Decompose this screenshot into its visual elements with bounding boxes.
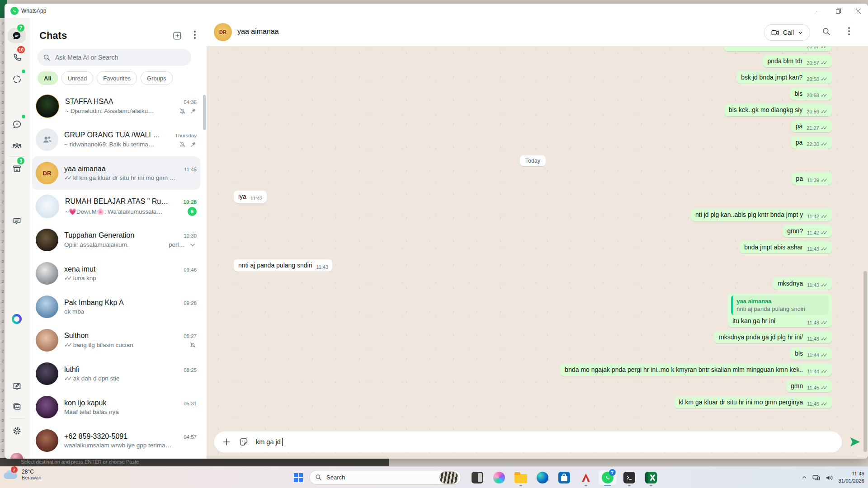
search-icon xyxy=(315,474,322,481)
avatar xyxy=(36,195,59,218)
message-bubble[interactable]: iya11:42 xyxy=(234,191,267,203)
avatar xyxy=(36,362,58,385)
minimize-button[interactable] xyxy=(808,4,828,18)
chat-list-item[interactable]: +62 859-3320-509104:57 waalaikumsalam wr… xyxy=(29,424,203,457)
message-bubble[interactable]: gmn11:45✓✓ xyxy=(786,380,832,392)
chats-sidebar: Chats Ask Meta AI or Search All Unread F… xyxy=(29,18,207,459)
filter-favourites[interactable]: Favourites xyxy=(97,71,137,85)
chat-scrollbar[interactable] xyxy=(863,271,867,452)
send-button[interactable] xyxy=(848,435,862,449)
device-icon[interactable] xyxy=(812,474,821,482)
status-nav-icon[interactable] xyxy=(8,71,26,87)
app-icon-whatsapp[interactable]: 7 xyxy=(599,470,617,485)
message-bubble[interactable]: mksdnya11:43✓✓ xyxy=(773,277,832,290)
meta-ai-icon[interactable] xyxy=(12,314,22,324)
chat-list-item-selected[interactable]: DR yaa aimanaa11:45 ✓✓kl km ga kluar dr … xyxy=(32,156,200,190)
chat-list-item[interactable]: kon ijo kapuk05:31 Maaf telat balas nya xyxy=(29,390,203,424)
message-bubble[interactable]: bnda jmpt abis ashar11:43✓✓ xyxy=(740,241,832,253)
message-bubble[interactable]: bls kek..gk mo diangkg siy20:59✓✓ xyxy=(724,104,832,116)
communities-nav-icon[interactable] xyxy=(8,138,26,154)
search-input[interactable]: Ask Meta AI or Search xyxy=(38,49,191,66)
message-bubble-with-quote[interactable]: yaa aimanaa nnti aj panda pulang sndiri … xyxy=(728,294,832,327)
draft-pencil-icon[interactable] xyxy=(8,379,26,394)
whatsapp-logo-icon xyxy=(10,7,19,15)
chat-list-item[interactable]: luthfi08:25 ✓✓ak dah d dpn stie xyxy=(29,357,203,390)
composer-text[interactable]: km ga jd xyxy=(256,438,283,446)
profile-avatar[interactable] xyxy=(10,453,23,459)
chat-list: STAFFA HSAA04:36 ~ Djamaludin: Assalamu'… xyxy=(29,89,203,459)
chat-title[interactable]: yaa aimanaa xyxy=(237,28,279,36)
pin-icon xyxy=(190,141,197,148)
gallery-icon[interactable] xyxy=(8,399,26,414)
filter-groups[interactable]: Groups xyxy=(141,71,173,85)
message-bubble[interactable]: mksdnya pnda ga jd plg hr ini/11:43✓✓ xyxy=(714,331,832,343)
archive-badge: 3 xyxy=(17,157,24,164)
chat-menu-icon[interactable] xyxy=(848,27,850,35)
tray-clock[interactable]: 11:49 31/01/2026 xyxy=(838,470,864,484)
app-icon-notebook[interactable] xyxy=(468,470,486,485)
taskbar-search[interactable]: Search xyxy=(309,470,461,485)
app-icon-red-a[interactable] xyxy=(577,470,595,485)
new-chat-icon[interactable] xyxy=(172,31,182,41)
filter-all[interactable]: All xyxy=(38,71,58,85)
avatar xyxy=(36,94,59,118)
weather-widget[interactable]: 2 28°C Berawan xyxy=(3,469,41,480)
message-bubble[interactable]: pa21:27✓✓ xyxy=(791,120,832,132)
message-bubble[interactable]: bls11:44✓✓ xyxy=(790,347,832,360)
message-bubble[interactable]: nti jd plg kan..abis plg kntr bnda jmpt … xyxy=(691,209,832,221)
app-icon-copilot[interactable] xyxy=(490,470,508,485)
message-bubble[interactable]: 20:57✓✓ xyxy=(724,46,832,51)
whatsapp-window: WhatsApp 7 10 xyxy=(5,4,868,459)
message-bubble[interactable]: pnda blm tdr20:57✓✓ xyxy=(763,55,832,67)
sticker-icon[interactable] xyxy=(239,437,249,447)
message-bubble[interactable]: kl km ga kluar dr situ hr ini mo gmn per… xyxy=(675,396,832,408)
chat-avatar[interactable]: DR xyxy=(214,23,232,41)
avatar xyxy=(36,396,58,418)
chat-list-item[interactable]: Tuppahan Generation10:30 Opiii: assalamu… xyxy=(29,223,203,257)
call-button[interactable]: Call xyxy=(764,24,810,41)
chat-list-item[interactable]: GRUP ORANG TUA /WALI …Thursday ~ ridwana… xyxy=(29,123,203,156)
sidebar-menu-icon[interactable] xyxy=(194,31,196,41)
sidebar-scrollbar[interactable] xyxy=(203,95,206,130)
read-ticks-icon: ✓✓ xyxy=(821,282,828,288)
read-ticks-icon: ✓✓ xyxy=(821,319,828,326)
message-bubble[interactable]: gmn?11:42✓✓ xyxy=(783,225,832,237)
message-bubble[interactable]: pa11:39✓✓ xyxy=(792,173,832,185)
read-ticks-icon: ✓✓ xyxy=(64,375,71,382)
settings-gear-icon[interactable] xyxy=(8,423,26,438)
chat-list-item[interactable]: Pak Imbang Kkp A09:28 ok mba xyxy=(29,290,203,324)
attach-plus-icon[interactable] xyxy=(222,437,231,447)
message-bubble[interactable]: pa22:38✓✓ xyxy=(791,136,832,149)
app-icon-file-explorer[interactable] xyxy=(512,470,530,485)
chat-list-item[interactable]: Sulthon08:27 ✓✓bang tlg bilasin cucian xyxy=(29,324,203,357)
app-icon-store[interactable] xyxy=(555,470,573,485)
filter-unread[interactable]: Unread xyxy=(61,71,94,85)
close-button[interactable] xyxy=(848,4,868,18)
unread-count-badge: 6 xyxy=(188,207,197,216)
message-composer[interactable]: km ga jd xyxy=(214,431,842,453)
chevron-down-icon[interactable] xyxy=(189,241,197,249)
chats-badge: 7 xyxy=(17,24,24,32)
app-icon-edge[interactable] xyxy=(533,470,552,485)
quoted-message[interactable]: yaa aimanaa nnti aj panda pulang sndiri xyxy=(731,296,829,315)
channels-nav-icon[interactable] xyxy=(8,117,26,132)
app-icon-terminal[interactable] xyxy=(620,470,638,485)
message-bubble[interactable]: bsk jd bnda jmpt kan?20:58✓✓ xyxy=(736,71,832,84)
group-avatar xyxy=(36,128,58,151)
message-bubble[interactable]: bls20:58✓✓ xyxy=(790,88,832,100)
maximize-button[interactable] xyxy=(828,4,848,18)
text-caret xyxy=(282,438,283,446)
tray-time: 11:49 xyxy=(838,470,864,478)
message-bubble[interactable]: nnti aj panda pulang sndiri11:43 xyxy=(234,259,332,272)
window-title: WhatsApp xyxy=(21,8,46,14)
message-bubble[interactable]: bnda mo ngajak pnda pergi hr ini..mo k k… xyxy=(560,364,832,376)
bubble-lines-icon[interactable] xyxy=(8,213,26,229)
start-button[interactable] xyxy=(292,471,305,484)
chat-list-item[interactable]: STAFFA HSAA04:36 ~ Djamaludin: Assalamu'… xyxy=(29,89,203,123)
chat-list-item[interactable]: RUMAH BELAJAR ATAS " Ru…10:28 ~💗Dewi.M🌸:… xyxy=(29,190,203,223)
chat-search-icon[interactable] xyxy=(822,27,831,36)
volume-icon[interactable] xyxy=(825,474,834,482)
chat-list-item[interactable]: xena imut09:46 ✓✓luna knp xyxy=(29,257,203,290)
app-icon-excel[interactable] xyxy=(642,470,660,485)
tray-chevron-icon[interactable] xyxy=(801,474,807,481)
